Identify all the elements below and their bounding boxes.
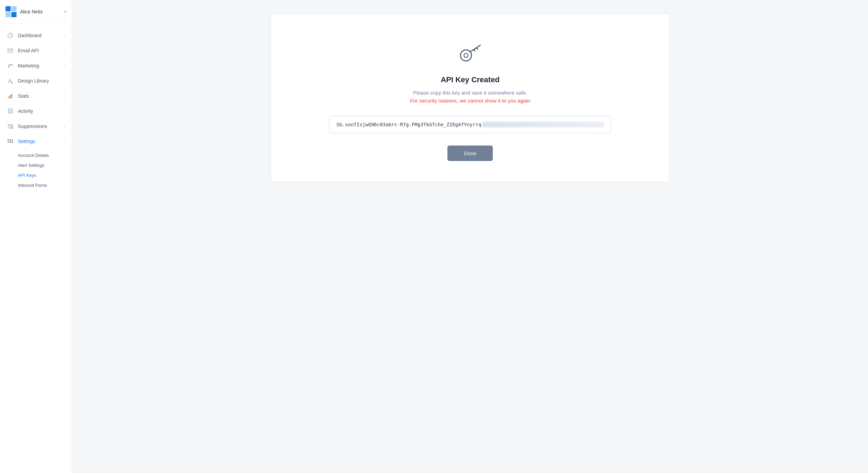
svg-rect-2 [6,12,11,17]
sidebar-item-stats[interactable]: Stats › [0,88,72,104]
sidebar-item-email-api-label: Email API [18,48,59,53]
app-logo [6,6,17,17]
sidebar-item-suppressions-label: Suppressions [18,123,59,129]
dashboard-icon [7,32,14,39]
username-label: Alice Netis [20,9,61,14]
sub-nav-api-keys[interactable]: API Keys [18,170,72,180]
svg-rect-3 [11,12,17,17]
stats-icon [7,93,14,99]
sidebar-item-stats-label: Stats [18,93,59,99]
suppressions-chevron-icon: › [64,124,65,128]
email-api-icon [7,47,14,54]
svg-rect-13 [8,139,9,141]
svg-rect-8 [10,95,11,98]
main-content: API Key Created Please copy this key and… [72,0,868,473]
settings-chevron-icon: › [64,139,65,143]
sub-nav-account-details[interactable]: Account Details [18,150,72,160]
marketing-icon [7,62,14,69]
api-key-created-card: API Key Created Please copy this key and… [271,14,670,182]
sub-nav-alert-settings[interactable]: Alert Settings [18,160,72,170]
stats-chevron-icon: › [64,94,65,98]
suppressions-icon [7,123,14,130]
settings-sub-nav: Account Details Alert Settings API Keys … [0,149,72,192]
sidebar-item-marketing[interactable]: Marketing › [0,58,72,73]
sidebar-item-marketing-label: Marketing [18,63,59,68]
sidebar-nav: Dashboard › Email API › M [0,24,72,473]
card-subtitle: Please copy this key and save it somewhe… [413,90,527,96]
sidebar-item-suppressions[interactable]: Suppressions › [0,119,72,134]
sub-nav-inbound-parse[interactable]: Inbound Parse [18,180,72,190]
settings-icon [7,138,14,145]
marketing-chevron-icon: › [64,64,65,68]
key-icon [456,42,484,66]
sidebar-item-design-library-label: Design Library [18,78,65,84]
sidebar: Alice Netis ▾ Dashboard › [0,0,72,473]
svg-rect-14 [10,139,11,141]
svg-point-20 [464,53,468,57]
sidebar-item-settings-label: Settings [18,139,59,144]
api-key-visible-text: SG.sonTIsjwQ96c03abrc-R7g.FMg3TkGTche_Z2… [336,122,481,127]
user-chevron-icon: ▾ [64,9,66,14]
activity-icon [7,108,14,115]
svg-rect-5 [8,49,13,52]
email-api-chevron-icon: › [64,49,65,53]
api-key-blurred-text [482,122,604,127]
sidebar-item-dashboard-label: Dashboard [18,33,59,38]
sidebar-item-activity[interactable]: Activity [0,104,72,119]
api-key-field: SG.sonTIsjwQ96c03abrc-R7g.FMg3TkGTche_Z2… [329,116,611,133]
sidebar-item-email-api[interactable]: Email API › [0,43,72,58]
svg-rect-16 [8,141,9,143]
svg-rect-7 [8,96,9,98]
svg-point-6 [11,82,13,83]
svg-rect-15 [12,139,13,141]
sidebar-item-design-library[interactable]: Design Library [0,73,72,88]
svg-point-19 [460,50,471,61]
svg-rect-17 [10,141,11,143]
svg-rect-9 [11,94,12,98]
dashboard-chevron-icon: › [64,33,65,37]
sidebar-item-activity-label: Activity [18,108,65,114]
card-title: API Key Created [441,75,499,84]
sidebar-header[interactable]: Alice Netis ▾ [0,0,72,24]
svg-rect-18 [12,141,13,143]
sidebar-item-settings[interactable]: Settings › [0,134,72,149]
key-icon-wrapper [456,42,484,67]
done-button[interactable]: Done [447,146,493,161]
card-warning: For security reasons, we cannot show it … [410,98,530,104]
sidebar-item-dashboard[interactable]: Dashboard › [0,28,72,43]
design-library-icon [7,77,14,84]
svg-rect-1 [11,6,17,11]
svg-rect-0 [6,6,11,11]
